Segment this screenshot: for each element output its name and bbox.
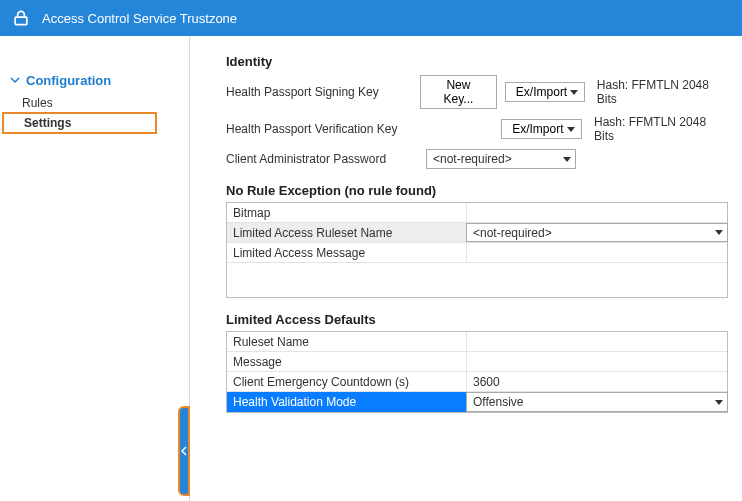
chevron-down-icon bbox=[715, 400, 723, 405]
no-rule-panel: Bitmap Limited Access Ruleset Name <not-… bbox=[226, 202, 728, 298]
app-body: Configuration Rules Settings Identity He… bbox=[0, 36, 742, 501]
no-rule-message-row[interactable]: Limited Access Message bbox=[227, 243, 727, 263]
defaults-message-label: Message bbox=[227, 352, 467, 371]
sidebar-item-label: Rules bbox=[22, 96, 53, 110]
limited-message-value bbox=[467, 243, 727, 262]
countdown-value: 3600 bbox=[467, 372, 727, 391]
signing-key-label: Health Passport Signing Key bbox=[226, 85, 420, 99]
no-rule-bitmap-row[interactable]: Bitmap bbox=[227, 203, 727, 223]
defaults-ruleset-value bbox=[467, 332, 727, 351]
lock-icon bbox=[10, 7, 32, 29]
sidebar-item-settings[interactable]: Settings bbox=[2, 112, 157, 134]
defaults-panel: Ruleset Name Message Client Emergency Co… bbox=[226, 331, 728, 413]
svg-rect-0 bbox=[15, 17, 27, 24]
mode-label: Health Validation Mode bbox=[227, 392, 467, 412]
defaults-heading: Limited Access Defaults bbox=[226, 312, 728, 327]
limited-message-label: Limited Access Message bbox=[227, 243, 467, 262]
ruleset-name-select[interactable]: <not-required> bbox=[466, 223, 728, 242]
identity-row-signing: Health Passport Signing Key New Key... E… bbox=[226, 75, 728, 109]
panel-spacer bbox=[227, 263, 727, 297]
defaults-message-value bbox=[467, 352, 727, 371]
mode-value: Offensive bbox=[473, 395, 523, 409]
sidebar-collapse-handle[interactable] bbox=[178, 406, 190, 496]
no-rule-ruleset-row[interactable]: Limited Access Ruleset Name <not-require… bbox=[227, 223, 727, 243]
defaults-countdown-row[interactable]: Client Emergency Countdown (s) 3600 bbox=[227, 372, 727, 392]
defaults-message-row[interactable]: Message bbox=[227, 352, 727, 372]
chevron-down-icon bbox=[8, 73, 22, 88]
new-key-button[interactable]: New Key... bbox=[420, 75, 497, 109]
eximport-signing-button[interactable]: Ex/Import bbox=[505, 82, 585, 102]
identity-row-admin: Client Administrator Password <not-requi… bbox=[226, 149, 728, 169]
bitmap-label: Bitmap bbox=[227, 203, 467, 222]
defaults-ruleset-label: Ruleset Name bbox=[227, 332, 467, 351]
bitmap-value bbox=[467, 203, 727, 222]
chevron-down-icon bbox=[563, 157, 571, 162]
defaults-ruleset-row[interactable]: Ruleset Name bbox=[227, 332, 727, 352]
ruleset-name-value: <not-required> bbox=[473, 226, 552, 240]
eximport-verify-button[interactable]: Ex/Import bbox=[501, 119, 582, 139]
ruleset-name-label: Limited Access Ruleset Name bbox=[227, 223, 467, 242]
app-title: Access Control Service Trustzone bbox=[42, 11, 237, 26]
sidebar: Configuration Rules Settings bbox=[0, 36, 190, 501]
signing-hash: Hash: FFMTLN 2048 Bits bbox=[597, 78, 728, 106]
admin-password-select[interactable]: <not-required> bbox=[426, 149, 576, 169]
chevron-down-icon bbox=[715, 230, 723, 235]
identity-row-verify: Health Passport Verification Key Ex/Impo… bbox=[226, 115, 728, 143]
admin-password-value: <not-required> bbox=[433, 152, 512, 166]
sidebar-item-label: Settings bbox=[24, 116, 71, 130]
sidebar-section-label: Configuration bbox=[26, 73, 111, 88]
admin-password-label: Client Administrator Password bbox=[226, 152, 426, 166]
main-content: Identity Health Passport Signing Key New… bbox=[190, 36, 742, 501]
sidebar-section-configuration[interactable]: Configuration bbox=[0, 70, 189, 94]
no-rule-heading: No Rule Exception (no rule found) bbox=[226, 183, 728, 198]
mode-select[interactable]: Offensive bbox=[466, 392, 728, 412]
countdown-label: Client Emergency Countdown (s) bbox=[227, 372, 467, 391]
defaults-mode-row[interactable]: Health Validation Mode Offensive bbox=[227, 392, 727, 412]
verify-hash: Hash: FFMTLN 2048 Bits bbox=[594, 115, 728, 143]
verify-key-label: Health Passport Verification Key bbox=[226, 122, 424, 136]
app-header: Access Control Service Trustzone bbox=[0, 0, 742, 36]
identity-heading: Identity bbox=[226, 54, 728, 69]
sidebar-item-rules[interactable]: Rules bbox=[0, 94, 189, 112]
chevron-left-icon bbox=[181, 446, 187, 456]
